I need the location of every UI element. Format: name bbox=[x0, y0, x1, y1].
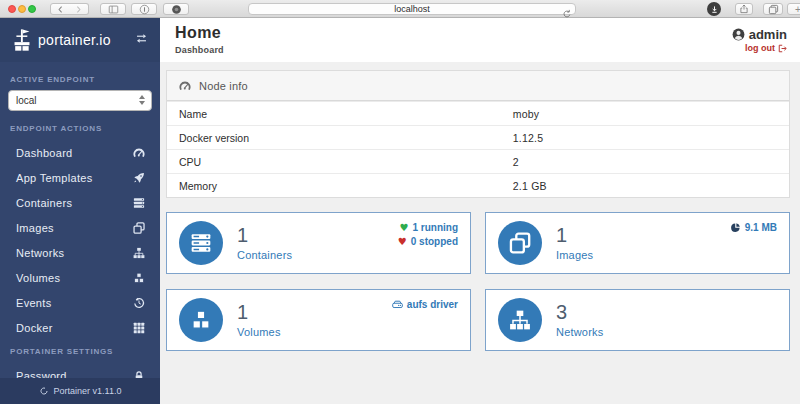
sidebar-logo[interactable]: portainer.io bbox=[0, 18, 160, 62]
node-info-panel: Node info Name moby Docker version 1.12.… bbox=[166, 70, 790, 198]
hdd-icon bbox=[392, 299, 403, 310]
volumes-label: Volumes bbox=[237, 326, 281, 338]
logout-label: log out bbox=[745, 43, 775, 53]
chevron-right-icon bbox=[74, 5, 83, 14]
info-value: 2 bbox=[513, 156, 519, 168]
page-title: Home bbox=[175, 25, 224, 41]
sidebar: portainer.io ACTIVE ENDPOINT local ENDPO… bbox=[0, 18, 160, 404]
sidebar-item-app-templates[interactable]: App Templates bbox=[0, 165, 160, 190]
volumes-circle bbox=[179, 298, 223, 342]
share-icon bbox=[739, 4, 749, 14]
active-endpoint-label: ACTIVE ENDPOINT bbox=[0, 75, 160, 84]
networks-card[interactable]: 3 Networks bbox=[485, 289, 790, 351]
networks-label: Networks bbox=[556, 326, 603, 338]
cubes-icon bbox=[190, 309, 212, 331]
exchange-arrows-icon bbox=[135, 32, 148, 45]
info-value: 2.1 GB bbox=[513, 180, 547, 192]
new-tab-button[interactable]: + bbox=[787, 3, 800, 15]
user-icon bbox=[732, 28, 745, 41]
reader-button[interactable] bbox=[131, 3, 157, 15]
address-bar[interactable]: localhost bbox=[248, 3, 576, 15]
endpoint-actions-label: ENDPOINT ACTIONS bbox=[0, 124, 160, 133]
images-count: 1 bbox=[556, 225, 593, 245]
minimize-window-button[interactable] bbox=[18, 5, 26, 13]
reload-icon bbox=[562, 9, 572, 19]
images-circle bbox=[498, 221, 542, 265]
cubes-icon bbox=[133, 272, 145, 284]
endpoint-select[interactable]: local bbox=[8, 90, 152, 111]
browser-toolbar: localhost + bbox=[0, 0, 800, 18]
page-header: Home Dashboard admin log out bbox=[160, 18, 800, 62]
tachometer-icon bbox=[133, 147, 145, 159]
share-button[interactable] bbox=[735, 3, 753, 15]
tachometer-icon bbox=[179, 80, 191, 92]
rocket-icon bbox=[133, 172, 145, 184]
history-icon bbox=[133, 297, 145, 309]
node-info-header: Node info bbox=[167, 71, 789, 101]
back-button[interactable] bbox=[50, 3, 70, 15]
info-value: moby bbox=[513, 108, 539, 120]
images-size-stat: 9.1 MB bbox=[730, 222, 777, 233]
images-card[interactable]: 1 Images 9.1 MB bbox=[485, 212, 790, 274]
info-circle-icon bbox=[139, 4, 150, 15]
dashboard-cards: 1 Containers ♥1 running ♥0 stopped bbox=[166, 212, 790, 351]
stopped-stat: ♥0 stopped bbox=[398, 236, 458, 247]
running-stat: ♥1 running bbox=[399, 222, 458, 233]
grid-icon bbox=[133, 322, 145, 334]
containers-card[interactable]: 1 Containers ♥1 running ♥0 stopped bbox=[166, 212, 471, 274]
download-icon bbox=[710, 5, 719, 14]
sidebar-menu: Dashboard App Templates Containers Image… bbox=[0, 140, 160, 340]
tabs-icon bbox=[768, 4, 779, 15]
containers-circle bbox=[179, 221, 223, 265]
forward-button[interactable] bbox=[69, 3, 89, 15]
sign-out-icon bbox=[778, 44, 787, 53]
switch-endpoint-button[interactable] bbox=[135, 31, 148, 49]
sidebar-item-networks[interactable]: Networks bbox=[0, 240, 160, 265]
endpoint-select-value: local bbox=[16, 95, 37, 106]
circle-notch-icon bbox=[39, 386, 49, 396]
sidebar-item-label: Images bbox=[16, 222, 54, 234]
images-label: Images bbox=[556, 249, 593, 261]
sitemap-icon bbox=[509, 309, 531, 331]
reload-button[interactable] bbox=[562, 5, 572, 23]
sidebar-item-label: Events bbox=[16, 297, 51, 309]
extension-button[interactable] bbox=[163, 3, 189, 15]
info-label: CPU bbox=[167, 156, 513, 168]
sidebar-item-label: App Templates bbox=[16, 172, 92, 184]
close-window-button[interactable] bbox=[8, 5, 16, 13]
volumes-card[interactable]: 1 Volumes aufs driver bbox=[166, 289, 471, 351]
sidebar-item-label: Containers bbox=[16, 197, 72, 209]
sidebar-item-dashboard[interactable]: Dashboard bbox=[0, 140, 160, 165]
sidebar-item-events[interactable]: Events bbox=[0, 290, 160, 315]
sidebar-item-label: Volumes bbox=[16, 272, 60, 284]
containers-count: 1 bbox=[237, 225, 292, 245]
extension-badge-icon bbox=[171, 4, 182, 15]
show-tabs-button[interactable] bbox=[763, 3, 783, 15]
info-label: Docker version bbox=[167, 132, 513, 144]
dashboard-content: Node info Name moby Docker version 1.12.… bbox=[160, 62, 800, 351]
table-row: Name moby bbox=[167, 101, 789, 125]
breadcrumb: Dashboard bbox=[175, 45, 224, 55]
volumes-count: 1 bbox=[237, 302, 281, 322]
sidebar-item-docker[interactable]: Docker bbox=[0, 315, 160, 340]
logo-text: portainer.io bbox=[38, 32, 111, 48]
url-text: localhost bbox=[394, 4, 430, 14]
sidebar-item-label: Dashboard bbox=[16, 147, 73, 159]
zoom-window-button[interactable] bbox=[28, 5, 36, 13]
portainer-logo-icon bbox=[10, 28, 34, 52]
sidebar-item-volumes[interactable]: Volumes bbox=[0, 265, 160, 290]
username: admin bbox=[749, 27, 787, 42]
version-text: Portainer v1.11.0 bbox=[54, 386, 122, 396]
portainer-app: portainer.io ACTIVE ENDPOINT local ENDPO… bbox=[0, 18, 800, 404]
browser-window: localhost + portainer.io ACTIVE bbox=[0, 0, 800, 404]
downloads-button[interactable] bbox=[707, 2, 721, 16]
sidebar-item-containers[interactable]: Containers bbox=[0, 190, 160, 215]
sidebar-item-images[interactable]: Images bbox=[0, 215, 160, 240]
sidebar-icon bbox=[108, 4, 119, 15]
logout-link[interactable]: log out bbox=[732, 43, 787, 53]
portainer-settings-label: PORTAINER SETTINGS bbox=[0, 347, 160, 356]
sidebar-footer[interactable]: Portainer v1.11.0 bbox=[0, 378, 160, 404]
sidebar-toggle-button[interactable] bbox=[100, 3, 126, 15]
networks-count: 3 bbox=[556, 302, 603, 322]
sitemap-icon bbox=[133, 247, 145, 259]
